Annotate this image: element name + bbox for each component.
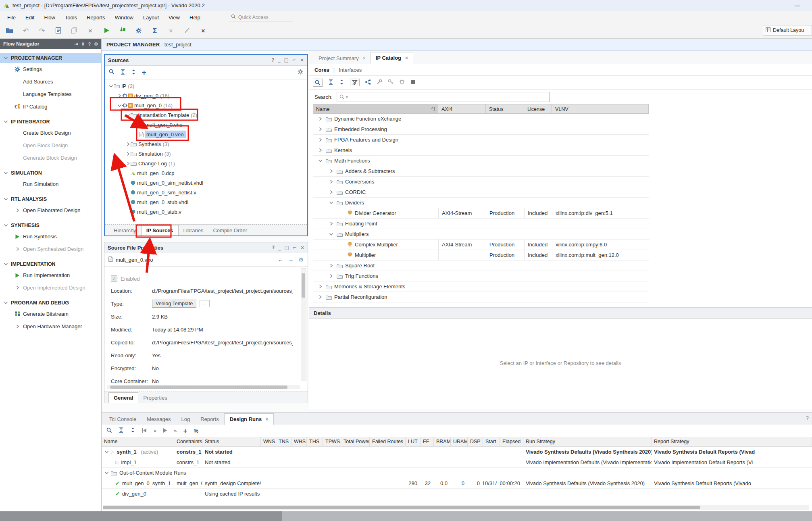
column-header-name[interactable]: Name^1 — [313, 104, 438, 114]
design-runs-horizontal-scrollbar[interactable] — [103, 505, 809, 510]
close-icon[interactable]: × — [265, 417, 268, 422]
chevron-right-icon[interactable] — [319, 148, 323, 152]
chevron-right-icon[interactable] — [117, 94, 122, 98]
run-row[interactable]: ▷synth_1(active) constrs_1Not started Vi… — [102, 447, 812, 457]
chevron-right-icon[interactable] — [329, 169, 334, 173]
tab-log[interactable]: Log — [176, 414, 195, 425]
catalog-row[interactable]: Divider Generator AXI4-StreamProductionI… — [313, 208, 649, 219]
chevron-right-icon[interactable] — [319, 138, 323, 142]
menu-file[interactable]: File — [2, 13, 21, 22]
tab-reports[interactable]: Reports — [195, 414, 224, 425]
chevron-down-icon[interactable] — [329, 232, 334, 236]
catalog-row[interactable]: FPGA Features and Design — [313, 135, 649, 145]
tree-item[interactable]: mult_gen_0.dcp — [105, 168, 307, 178]
fast-forward-icon[interactable]: » — [174, 428, 177, 434]
catalog-row[interactable]: Dividers — [313, 198, 649, 208]
clear-icon[interactable]: × — [199, 28, 207, 34]
chevron-right-icon[interactable] — [329, 222, 334, 225]
tab-ip-sources[interactable]: IP Sources — [141, 225, 179, 235]
search-icon[interactable] — [313, 79, 323, 87]
enabled-checkbox[interactable]: ✓ — [111, 275, 117, 282]
panel-control-close[interactable]: × — [300, 245, 304, 250]
menu-window[interactable]: Window — [110, 13, 138, 22]
column-header-wns[interactable]: WNS — [261, 437, 276, 446]
tree-item[interactable]: mult_gen_0.veo — [105, 129, 307, 139]
sidebar-item-open-hardware-manager[interactable]: Open Hardware Manager — [0, 320, 101, 333]
customize-wrench-icon[interactable] — [377, 79, 382, 86]
step-flow-icon[interactable] — [119, 27, 127, 34]
chevron-down-icon[interactable] — [125, 113, 131, 117]
panel-control-window[interactable]: _ — [279, 245, 281, 250]
chevron-right-icon[interactable] — [329, 180, 334, 183]
menu-view[interactable]: View — [164, 13, 185, 22]
open-document-icon[interactable] — [54, 27, 62, 34]
back-arrow-icon[interactable]: ← — [277, 256, 283, 263]
properties-vertical-scrollbar[interactable] — [301, 268, 306, 381]
expand-all-icon[interactable] — [131, 69, 136, 76]
sidebar-item-run-synthesis[interactable]: Run Synthesis — [0, 230, 101, 243]
stop-square-icon[interactable] — [410, 79, 416, 86]
tree-item[interactable]: mult_gen_0_sim_netlist.v — [105, 188, 307, 197]
sidebar-item-language-templates[interactable]: Language Templates — [0, 88, 101, 100]
column-header-tpws[interactable]: TPWS — [323, 437, 341, 446]
chevron-down-icon[interactable] — [117, 104, 122, 107]
sidebar-item-run-simulation[interactable]: Run Simulation — [0, 178, 101, 190]
column-header-dsp[interactable]: DSP — [468, 437, 483, 446]
catalog-row[interactable]: Trig Functions — [313, 271, 649, 281]
chevron-right-icon[interactable] — [125, 142, 131, 146]
sidebar-item-generate-block-design[interactable]: Generate Block Design — [0, 152, 101, 164]
sidebar-item-open-implemented-design[interactable]: Open Implemented Design — [0, 281, 101, 294]
panel-control-help[interactable]: ? — [272, 245, 275, 250]
sidebar-section-simulation[interactable]: SIMULATION — [0, 168, 101, 178]
run-row[interactable]: ▷impl_1 constrs_1Not started Vivado Impl… — [102, 457, 812, 468]
add-icon[interactable]: + — [183, 427, 187, 434]
panel-control-window[interactable]: ⌐ — [293, 245, 297, 250]
panel-control-help[interactable]: ? — [272, 57, 275, 63]
menu-layout[interactable]: Layout — [138, 13, 164, 22]
catalog-row[interactable]: Dynamic Function eXchange — [313, 114, 649, 124]
tree-item[interactable]: mult_gen_0(14) — [105, 100, 307, 110]
filter-icon[interactable] — [350, 79, 360, 86]
catalog-row[interactable]: Memories & Storage Elements — [313, 281, 649, 292]
sidebar-item-generate-bitstream[interactable]: Generate Bitstream — [0, 308, 101, 320]
gear-icon[interactable]: ⚙ — [298, 256, 304, 263]
chevron-right-icon[interactable] — [329, 190, 334, 194]
column-header-status[interactable]: Status — [202, 437, 261, 446]
chevron-down-icon[interactable] — [329, 201, 334, 204]
chevron-down-icon[interactable] — [105, 450, 108, 454]
menu-reports[interactable]: Reports — [82, 13, 110, 22]
column-header-axi4[interactable]: AXI4 — [438, 104, 486, 114]
column-header-elapsed[interactable]: Elapsed — [500, 437, 523, 446]
tab-compile-order[interactable]: Compile Order — [208, 225, 252, 235]
help-icon[interactable]: ? — [88, 42, 91, 47]
help-icon[interactable]: ? — [806, 415, 809, 421]
tab-messages[interactable]: Messages — [142, 414, 176, 425]
layout-selector[interactable]: Default Layou — [763, 25, 812, 35]
column-header-constraints[interactable]: Constraints — [174, 437, 202, 446]
tree-item[interactable]: mult_gen_0.vho — [105, 120, 307, 129]
chevron-right-icon[interactable] — [329, 274, 334, 278]
more-options-button[interactable]: … — [200, 300, 210, 307]
panel-control-close[interactable]: × — [300, 57, 304, 63]
sidebar-section-implementation[interactable]: IMPLEMENTATION — [0, 259, 101, 269]
column-header-start[interactable]: Start — [483, 437, 500, 446]
column-header-tns[interactable]: TNS — [276, 437, 291, 446]
tree-item[interactable]: mult_gen_0_sim_netlist.vhdl — [105, 178, 307, 188]
collapse-all-icon[interactable] — [119, 427, 124, 434]
column-header-uram[interactable]: URAM — [451, 437, 468, 446]
sidebar-section-synthesis[interactable]: SYNTHESIS — [0, 221, 101, 230]
tab-libraries[interactable]: Libraries — [179, 225, 208, 235]
catalog-row[interactable]: Math Functions — [313, 156, 649, 166]
properties-horizontal-scrollbar[interactable] — [107, 385, 300, 389]
column-header-status[interactable]: Status — [486, 104, 524, 114]
search-icon[interactable] — [109, 69, 115, 76]
column-header-bram[interactable]: BRAM — [434, 437, 451, 446]
tab-project-summary[interactable]: Project Summary × — [314, 53, 371, 64]
hierarchy-view-icon[interactable] — [365, 79, 371, 86]
close-icon[interactable]: × — [405, 55, 408, 61]
ip-search-input[interactable]: ▾ — [337, 92, 550, 102]
search-icon[interactable] — [106, 427, 112, 434]
chevron-down-icon[interactable] — [108, 84, 114, 88]
license-key-icon[interactable] — [388, 79, 394, 86]
column-header-vlnv[interactable]: VLNV — [552, 104, 649, 114]
